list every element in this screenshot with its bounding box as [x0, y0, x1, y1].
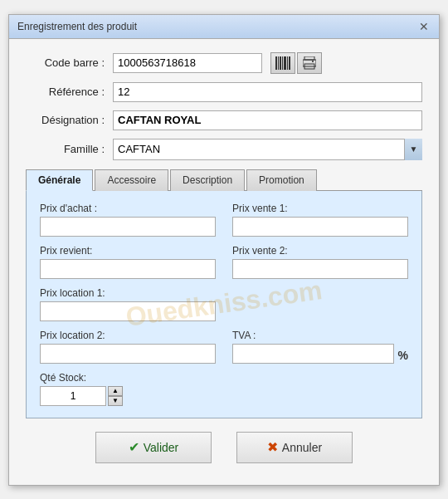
- prix-vente1-label: Prix vente 1:: [232, 203, 408, 214]
- qte-stock-label: Qté Stock:: [40, 372, 216, 384]
- reference-row: Référence :: [26, 82, 422, 102]
- famille-row: Famille : CAFTAN ▼: [26, 139, 422, 160]
- prix-location1-input[interactable]: [40, 301, 216, 321]
- designation-input[interactable]: [113, 110, 422, 130]
- prix-location1-group: Prix location 1:: [40, 287, 216, 321]
- qty-up-button[interactable]: ▲: [108, 386, 123, 396]
- bottom-buttons: ✔ Valider ✖ Annuler: [26, 432, 422, 472]
- tabs-container: Générale Accessoire Description Promotio…: [26, 169, 422, 418]
- prix-achat-input[interactable]: [40, 217, 216, 237]
- tab-content-generale: Ouedkniss.com Prix d'achat : Prix vente …: [26, 191, 422, 418]
- famille-label: Famille :: [26, 143, 113, 155]
- svg-rect-10: [312, 61, 314, 62]
- svg-rect-6: [289, 56, 290, 70]
- famille-select-wrap: CAFTAN ▼: [113, 139, 422, 160]
- prix-revient-group: Prix revient:: [40, 245, 216, 279]
- reference-label: Référence :: [26, 86, 113, 98]
- barcode-print-button[interactable]: [297, 52, 322, 74]
- check-icon: ✔: [129, 439, 139, 455]
- qte-stock-group: Qté Stock: ▲ ▼: [40, 372, 216, 406]
- tva-input[interactable]: [232, 344, 394, 364]
- svg-rect-5: [287, 56, 288, 70]
- prix-achat-label: Prix d'achat :: [40, 203, 216, 214]
- empty-cell: [232, 372, 408, 406]
- window-title: Enregistrement des produit: [17, 21, 137, 32]
- qty-input[interactable]: [40, 386, 106, 406]
- tab-description[interactable]: Description: [170, 169, 245, 191]
- tva-group: TVA : %: [232, 330, 408, 364]
- fields-grid: Prix d'achat : Prix vente 1: Prix revien…: [40, 203, 408, 406]
- close-button[interactable]: ✕: [417, 20, 431, 33]
- qty-down-button[interactable]: ▼: [108, 396, 123, 406]
- svg-rect-0: [275, 56, 277, 70]
- prix-vente1-group: Prix vente 1:: [232, 203, 408, 237]
- tab-promotion[interactable]: Promotion: [246, 169, 317, 191]
- designation-label: Désignation :: [26, 114, 113, 126]
- prix-vente1-input[interactable]: [232, 217, 408, 237]
- barcode-buttons: [269, 52, 322, 74]
- form-content: Code barre :: [9, 39, 439, 485]
- svg-rect-4: [284, 56, 286, 70]
- qty-wrap: ▲ ▼: [40, 386, 216, 406]
- tva-label: TVA :: [232, 330, 408, 341]
- designation-row: Désignation :: [26, 110, 422, 130]
- tab-generale[interactable]: Générale: [26, 169, 93, 191]
- prix-revient-input[interactable]: [40, 259, 216, 279]
- prix-location2-label: Prix location 2:: [40, 330, 216, 341]
- code-barre-input[interactable]: [113, 53, 262, 73]
- qty-spinners: ▲ ▼: [108, 386, 123, 406]
- annuler-button[interactable]: ✖ Annuler: [236, 432, 353, 463]
- prix-location1-label: Prix location 1:: [40, 287, 216, 299]
- x-icon: ✖: [267, 439, 278, 455]
- tva-row: %: [232, 344, 408, 364]
- valider-label: Valider: [144, 441, 179, 454]
- title-bar: Enregistrement des produit ✕: [9, 15, 439, 39]
- main-window: Enregistrement des produit ✕ Code barre …: [8, 14, 440, 486]
- prix-vente2-label: Prix vente 2:: [232, 245, 408, 257]
- annuler-label: Annuler: [282, 441, 322, 454]
- empty-right-cell: [232, 287, 408, 321]
- code-barre-row: Code barre :: [26, 52, 422, 74]
- valider-button[interactable]: ✔ Valider: [95, 432, 212, 463]
- reference-input[interactable]: [113, 82, 422, 102]
- svg-rect-2: [280, 56, 281, 70]
- prix-vente2-group: Prix vente 2:: [232, 245, 408, 279]
- barcode-scan-button[interactable]: [270, 52, 295, 74]
- famille-select[interactable]: CAFTAN: [113, 139, 422, 160]
- prix-vente2-input[interactable]: [232, 259, 408, 279]
- prix-revient-label: Prix revient:: [40, 245, 216, 257]
- code-barre-label: Code barre :: [26, 56, 113, 69]
- tva-percent-symbol: %: [398, 349, 408, 362]
- prix-achat-group: Prix d'achat :: [40, 203, 216, 237]
- tab-accessoire[interactable]: Accessoire: [95, 169, 168, 191]
- tabs-header: Générale Accessoire Description Promotio…: [26, 169, 422, 191]
- svg-rect-3: [282, 56, 283, 70]
- prix-location2-group: Prix location 2:: [40, 330, 216, 364]
- svg-rect-7: [304, 56, 314, 60]
- code-barre-controls: [113, 52, 322, 74]
- svg-rect-1: [278, 56, 279, 70]
- prix-location2-input[interactable]: [40, 344, 216, 364]
